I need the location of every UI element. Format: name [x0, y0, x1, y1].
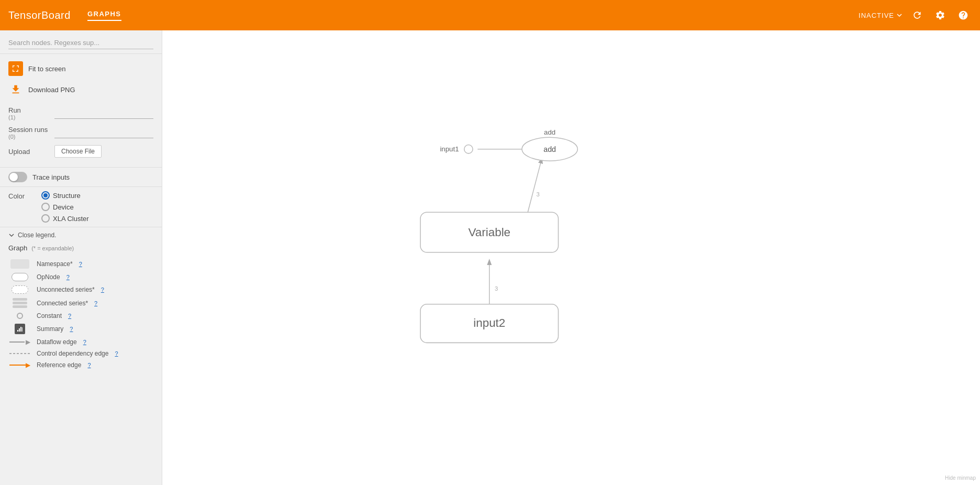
- legend-connected-label: Connected series*: [37, 300, 88, 307]
- node-add-title: add: [544, 128, 555, 136]
- node-input2-label: input2: [473, 316, 505, 329]
- legend-unconnected-label: Unconnected series*: [37, 286, 95, 293]
- svg-rect-0: [17, 330, 18, 332]
- legend-control: Control dependency edge ?: [8, 350, 153, 357]
- graph-svg: 3 3 add add input1 Variable input2: [162, 30, 980, 485]
- search-input[interactable]: [8, 37, 153, 49]
- status-dropdown[interactable]: INACTIVE: [859, 12, 903, 19]
- status-label: INACTIVE: [859, 12, 894, 19]
- legend-connected-help[interactable]: ?: [94, 300, 97, 306]
- color-device-label: Device: [53, 203, 74, 211]
- dropdown-arrow-icon: [896, 12, 903, 18]
- legend-dataflow-help[interactable]: ?: [83, 339, 86, 345]
- legend-connected-icon: [8, 298, 31, 308]
- upload-label: Upload: [8, 148, 50, 156]
- legend-unconnected: Unconnected series* ?: [8, 285, 153, 294]
- trace-inputs-row: Trace inputs: [0, 168, 162, 187]
- legend-dataflow-icon: ▶: [8, 338, 31, 346]
- graph-canvas[interactable]: 3 3 add add input1 Variable input2 Hide …: [162, 30, 980, 485]
- color-structure-radio[interactable]: [41, 191, 50, 200]
- main-layout: Fit to screen Download PNG Run (1): [0, 30, 980, 485]
- legend-graph-label: Graph: [8, 244, 27, 252]
- color-structure[interactable]: Structure: [41, 191, 89, 200]
- legend-summary-icon: [8, 324, 31, 334]
- chevron-down-icon: [8, 232, 15, 238]
- legend-summary: Summary ?: [8, 324, 153, 334]
- legend-connected: Connected series* ?: [8, 298, 153, 308]
- node-add-label: add: [543, 145, 556, 153]
- refresh-button[interactable]: [909, 7, 926, 24]
- legend-toggle-button[interactable]: Close legend.: [8, 232, 153, 239]
- legend-summary-help[interactable]: ?: [70, 326, 73, 332]
- edge-input2-variable-label: 3: [495, 285, 498, 292]
- legend-namespace-label: Namespace*: [37, 260, 73, 268]
- color-label: Color: [8, 191, 37, 200]
- legend-opnode: OpNode ?: [8, 273, 153, 281]
- color-structure-label: Structure: [53, 192, 81, 200]
- node-input1[interactable]: [464, 145, 473, 153]
- upload-field: Upload Choose File: [8, 145, 153, 158]
- refresh-icon: [912, 10, 922, 20]
- legend-reference-help[interactable]: ?: [87, 362, 91, 368]
- run-select[interactable]: [54, 108, 153, 119]
- sidebar: Fit to screen Download PNG Run (1): [0, 30, 162, 485]
- legend-dataflow: ▶ Dataflow edge ?: [8, 338, 153, 346]
- legend-opnode-help[interactable]: ?: [66, 274, 70, 280]
- choose-file-button[interactable]: Choose File: [54, 145, 102, 158]
- color-xla-radio[interactable]: [41, 214, 50, 223]
- svg-rect-3: [22, 327, 23, 332]
- legend-constant-help[interactable]: ?: [68, 313, 71, 319]
- sidebar-search-area: [0, 30, 162, 54]
- header-right: INACTIVE: [859, 7, 972, 24]
- run-field: Run (1): [8, 106, 153, 120]
- legend-items: Namespace* ? OpNode ? Unconnected series…: [8, 259, 153, 369]
- legend-expandable: (* = expandable): [31, 245, 74, 251]
- legend-control-help[interactable]: ?: [115, 350, 118, 357]
- nav-graphs[interactable]: GRAPHS: [87, 10, 121, 21]
- svg-rect-1: [19, 328, 20, 332]
- session-runs-field: Session runs (0): [8, 126, 153, 140]
- legend-namespace-icon: [8, 259, 31, 269]
- color-device-radio[interactable]: [41, 203, 50, 211]
- trace-inputs-label: Trace inputs: [32, 173, 70, 181]
- download-png-label: Download PNG: [28, 86, 75, 94]
- run-label: Run (1): [8, 106, 50, 120]
- node-input1-label: input1: [440, 145, 459, 153]
- help-icon: [958, 10, 968, 20]
- legend-namespace-help[interactable]: ?: [79, 261, 82, 267]
- legend-unconnected-help[interactable]: ?: [101, 286, 104, 293]
- settings-icon: [935, 10, 945, 20]
- settings-button[interactable]: [932, 7, 949, 24]
- color-row: Color Structure Device XLA Cluster: [8, 191, 153, 223]
- legend-reference-icon: ▶: [8, 361, 31, 369]
- fit-to-screen-label: Fit to screen: [28, 65, 66, 73]
- svg-rect-2: [20, 327, 21, 332]
- app-logo: TensorBoard: [8, 9, 71, 21]
- legend-dataflow-label: Dataflow edge: [37, 338, 77, 346]
- color-options: Structure Device XLA Cluster: [41, 191, 89, 223]
- legend-constant: Constant ?: [8, 312, 153, 319]
- legend-control-icon: [8, 353, 31, 354]
- download-png-button[interactable]: Download PNG: [0, 79, 162, 100]
- legend-section: Close legend. Graph (* = expandable) Nam…: [0, 227, 162, 485]
- session-runs-label: Session runs (0): [8, 126, 50, 140]
- session-runs-select[interactable]: [54, 128, 153, 138]
- color-xla[interactable]: XLA Cluster: [41, 214, 89, 223]
- legend-namespace: Namespace* ?: [8, 259, 153, 269]
- edge-variable-add-label: 3: [537, 191, 540, 197]
- legend-summary-label: Summary: [37, 325, 63, 333]
- fit-to-screen-button[interactable]: Fit to screen: [0, 58, 162, 79]
- color-xla-label: XLA Cluster: [53, 215, 89, 223]
- legend-constant-label: Constant: [37, 312, 62, 319]
- legend-unconnected-icon: [8, 285, 31, 294]
- color-device[interactable]: Device: [41, 203, 89, 211]
- legend-reference-label: Reference edge: [37, 361, 81, 369]
- legend-toggle-label: Close legend.: [18, 232, 56, 239]
- color-section: Color Structure Device XLA Cluster: [0, 187, 162, 227]
- legend-opnode-label: OpNode: [37, 273, 60, 281]
- trace-inputs-toggle[interactable]: [8, 172, 27, 182]
- legend-opnode-icon: [8, 273, 31, 281]
- header: TensorBoard GRAPHS INACTIVE: [0, 0, 980, 30]
- help-button[interactable]: [955, 7, 972, 24]
- legend-control-label: Control dependency edge: [37, 350, 108, 357]
